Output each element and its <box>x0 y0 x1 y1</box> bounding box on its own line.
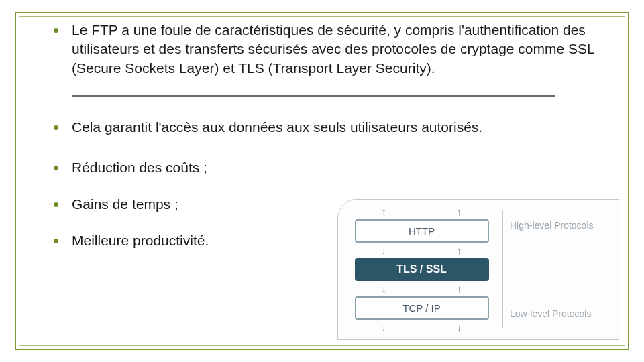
bullet-text: Meilleure productivité. <box>72 233 209 248</box>
arrow-down-icon: ↓ <box>382 284 387 294</box>
arrow-up-icon: ↑ <box>457 206 462 217</box>
bullet-text: Cela garantit l'accès aux données aux se… <box>72 119 482 135</box>
vertical-separator <box>502 210 503 328</box>
slide-outer-border: Le FTP a une foule de caractéristiques d… <box>15 12 629 350</box>
arrow-row: ↓ ↑ <box>365 284 479 294</box>
layer-label: TLS / SSL <box>396 263 447 276</box>
bullet-text: Le FTP a une foule de caractéristiques d… <box>72 22 594 76</box>
arrow-row-bottom: ↓ ↓ <box>365 322 479 333</box>
layer-label: HTTP <box>409 225 435 237</box>
low-level-label: Low-level Protocols <box>510 308 610 319</box>
layer-tcp-ip: TCP / IP <box>355 296 489 319</box>
layer-tls-ssl: TLS / SSL <box>355 258 489 281</box>
bullet-text: Gains de temps ; <box>72 196 178 212</box>
bullet-text: Réduction des coûts ; <box>72 160 207 175</box>
bullet-list: Le FTP a une foule de caractéristiques d… <box>53 17 604 78</box>
high-level-label: High-level Protocols <box>510 220 610 231</box>
arrow-row-top: ↑ ↑ <box>365 206 479 217</box>
separator-line <box>72 95 555 97</box>
bullet-item-1: Le FTP a une foule de caractéristiques d… <box>53 21 604 78</box>
layer-label: TCP / IP <box>402 302 440 314</box>
layer-http: HTTP <box>355 219 489 242</box>
arrow-down-icon: ↓ <box>457 322 462 333</box>
arrow-up-icon: ↑ <box>457 245 462 255</box>
protocol-stack-column: ↑ ↑ HTTP ↓ ↑ TLS / SSL ↓ ↑ TCP <box>347 206 496 333</box>
arrow-down-icon: ↓ <box>382 322 387 333</box>
bullet-list-2: Cela garantit l'accès aux données aux se… <box>53 114 604 137</box>
bullet-item-3: Réduction des coûts ; <box>53 158 604 177</box>
arrow-up-icon: ↑ <box>457 284 462 294</box>
protocol-stack-diagram: ↑ ↑ HTTP ↓ ↑ TLS / SSL ↓ ↑ TCP <box>337 199 619 340</box>
level-labels: High-level Protocols Low-level Protocols <box>510 206 610 333</box>
slide-inner-border: Le FTP a une foule de caractéristiques d… <box>19 16 625 346</box>
arrow-row: ↓ ↑ <box>365 245 479 255</box>
arrow-up-icon: ↑ <box>382 206 387 217</box>
bullet-item-2: Cela garantit l'accès aux données aux se… <box>53 118 604 137</box>
arrow-down-icon: ↓ <box>382 245 387 255</box>
